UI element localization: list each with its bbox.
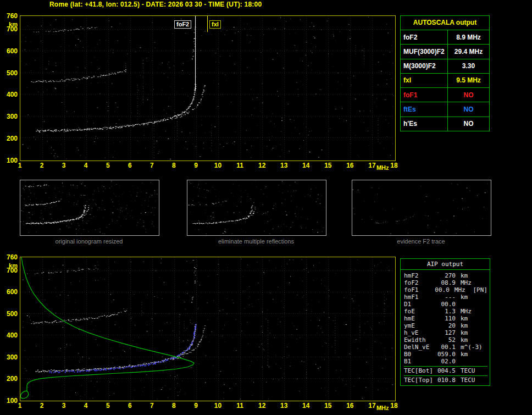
y-axis-tick: 500 <box>1 69 18 77</box>
x-axis-tick: 3 <box>58 162 70 169</box>
aip-label: TEC[Bot] <box>404 367 436 374</box>
aip-row: foF208.9MHz <box>404 279 487 286</box>
x-axis-tick: 11 <box>234 162 246 169</box>
aip-row: Ewidth52km <box>404 336 487 344</box>
x-axis-unit: MHz <box>376 164 393 171</box>
x-axis-tick: 16 <box>344 162 356 169</box>
aip-row: hmE110km <box>404 315 487 322</box>
autoscala-row: foF1NO <box>401 88 489 102</box>
aip-val: 127 <box>436 329 456 336</box>
autoscala-row-label: foF1 <box>401 88 448 102</box>
autoscala-row: foF28.9 MHz <box>401 30 489 45</box>
aip-row: D100.0 <box>404 301 487 308</box>
thumbnail-caption-eliminate: eliminate multiple reflections <box>187 238 325 245</box>
x-axis-tick: 10 <box>212 402 224 410</box>
autoscala-row-value: 9.5 MHz <box>448 74 489 87</box>
aip-unit: MHz <box>455 286 472 294</box>
aip-label: TEC[Top] <box>404 377 436 384</box>
aip-unit: km <box>461 329 480 336</box>
x-axis-tick: 15 <box>322 402 334 410</box>
y-axis-tick: 400 <box>1 91 18 98</box>
y-axis-tick: 400 <box>1 331 18 339</box>
autoscala-row-label: fxI <box>401 74 448 87</box>
aip-val: 1.3 <box>436 308 456 315</box>
aip-row: hmF1---km <box>404 294 487 301</box>
thumbnail-caption-evidence: evidence F2 trace <box>352 238 490 245</box>
x-axis-unit: MHz <box>376 405 393 411</box>
y-axis-tick: 200 <box>1 375 18 383</box>
autoscala-table-header: AUTOSCALA output <box>401 16 489 30</box>
autoscala-row: ftEsNO <box>401 102 489 117</box>
aip-row: DelN_vE00.1m^(-3) <box>404 344 487 351</box>
aip-row: B102.0 <box>404 358 487 365</box>
y-axis-tick: 300 <box>1 113 18 120</box>
aip-unit <box>461 301 480 308</box>
aip-row: foF100.0MHz[PN] <box>404 286 487 294</box>
thumbnail-eliminate-reflections <box>187 180 326 236</box>
y-axis-tick: 100 <box>1 397 18 405</box>
aip-unit: km <box>461 351 480 358</box>
y-axis-tick: 300 <box>1 353 18 361</box>
x-axis-tick: 9 <box>190 162 202 169</box>
y-axis-tick: 760 <box>1 253 18 261</box>
y-axis-unit: km <box>1 21 18 27</box>
aip-label: foF2 <box>404 279 436 286</box>
x-axis-tick: 8 <box>168 162 180 169</box>
autoscala-row-label: ftEs <box>401 102 448 116</box>
x-axis-tick: 13 <box>278 162 290 169</box>
aip-unit: km <box>461 315 480 322</box>
x-axis-tick: 7 <box>146 402 158 410</box>
thumbnail-original-ionogram <box>20 180 159 236</box>
aip-val: 00.0 <box>432 286 450 294</box>
thumbnail-eliminate-canvas <box>187 180 325 234</box>
x-axis-tick: 7 <box>146 162 158 169</box>
y-axis-tick: 600 <box>1 47 18 55</box>
aip-table-header: AIP output <box>401 259 490 270</box>
x-axis-tick: 12 <box>256 162 268 169</box>
aip-row: hmF2270km <box>404 272 487 279</box>
x-axis-tick: 14 <box>300 162 312 169</box>
y-axis-tick: 600 <box>1 288 18 296</box>
autoscala-row-value: 8.9 MHz <box>448 30 489 44</box>
bottom-ionogram-plot <box>20 257 396 401</box>
page-title: Rome (lat: +41.8, lon: 012.5) - DATE: 20… <box>49 1 262 8</box>
aip-label: hmE <box>404 315 436 322</box>
fxi-marker-label: fxI <box>209 20 221 29</box>
bottom-ionogram-canvas <box>20 257 394 400</box>
aip-unit: km <box>461 336 480 344</box>
autoscala-screen: Rome (lat: +41.8, lon: 012.5) - DATE: 20… <box>0 0 532 415</box>
aip-label: ymE <box>404 322 436 329</box>
autoscala-row-value: 29.4 MHz <box>448 45 489 58</box>
thumbnail-original-canvas <box>20 180 158 234</box>
x-axis-tick: 6 <box>124 162 136 169</box>
autoscala-row: MUF(3000)F229.4 MHz <box>401 45 489 59</box>
thumbnail-evidence-canvas <box>352 180 490 234</box>
aip-val: 270 <box>436 272 456 279</box>
aip-label: h_vE <box>404 329 436 336</box>
aip-label: B0 <box>404 351 436 358</box>
top-ionogram-plot: foF2 fxI <box>20 15 396 161</box>
x-axis-tick: 12 <box>256 402 268 410</box>
autoscala-row: M(3000)F23.30 <box>401 59 489 74</box>
aip-row: B0059.0km <box>404 351 487 358</box>
aip-label: hmF1 <box>404 294 436 301</box>
aip-row: foE1.3MHz <box>404 308 487 315</box>
autoscala-row-value: NO <box>448 102 489 116</box>
aip-table: AIP output hmF2270kmfoF208.9MHzfoF100.0M… <box>400 258 490 386</box>
aip-label: foE <box>404 308 436 315</box>
aip-label: B1 <box>404 358 436 365</box>
aip-unit <box>461 358 480 365</box>
thumbnail-evidence-f2 <box>352 180 491 236</box>
aip-label: Ewidth <box>404 336 436 344</box>
x-axis-tick: 15 <box>322 162 334 169</box>
autoscala-row: h'EsNO <box>401 117 489 131</box>
y-axis-tick: 100 <box>1 157 18 164</box>
aip-unit: MHz <box>461 279 480 286</box>
y-axis-tick: 500 <box>1 310 18 318</box>
aip-unit: m^(-3) <box>461 344 480 351</box>
x-axis-tick: 13 <box>278 402 290 410</box>
x-axis-tick: 3 <box>58 402 70 410</box>
aip-val: 52 <box>436 336 456 344</box>
aip-unit: MHz <box>461 308 480 315</box>
aip-label: hmF2 <box>404 272 436 279</box>
